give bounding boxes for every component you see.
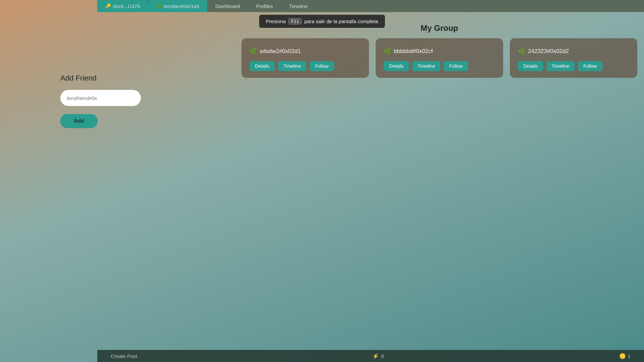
card-timeline-btn-3[interactable]: Timeline bbox=[546, 61, 575, 71]
add-button[interactable]: Add bbox=[60, 114, 98, 128]
timeline-label: Timeline bbox=[289, 3, 308, 9]
nav-profiles[interactable]: Profiles bbox=[248, 0, 281, 12]
card-name-3: 🌿 242323#0x02d2 bbox=[518, 48, 569, 55]
card-label-3: 242323#0x02d2 bbox=[528, 48, 569, 55]
toast-key: F11 bbox=[288, 18, 302, 24]
wallet-label: 0xc6...C475 bbox=[113, 3, 140, 9]
group-card-3: 🌿 242323#0x02d2 Details Timeline Follow bbox=[510, 38, 637, 78]
card-timeline-btn-1[interactable]: Timeline bbox=[278, 61, 306, 71]
coin-count: 🪙 1 bbox=[619, 353, 631, 359]
nav-wallet[interactable]: 🔑 0xc6...C475 bbox=[97, 0, 148, 12]
group-cards: 🌿 sdsdw2#0x02d1 Details Timeline Follow … bbox=[235, 38, 644, 78]
dashboard-label: Dashboard bbox=[215, 3, 240, 9]
leaf-icon: 🌿 bbox=[156, 3, 162, 9]
card-name-1: 🌿 sdsdw2#0x02d1 bbox=[250, 48, 301, 55]
card-actions-1: Details Timeline Follow bbox=[250, 61, 334, 71]
card-follow-btn-1[interactable]: Follow bbox=[310, 61, 334, 71]
card-leaf-icon-1: 🌿 bbox=[250, 48, 257, 55]
key-icon: 🔑 bbox=[105, 3, 111, 9]
nav-dashboard[interactable]: Dashboard bbox=[207, 0, 248, 12]
lensfan-label: lensfan#0x01a5 bbox=[164, 3, 199, 9]
create-post-button[interactable]: Create Post bbox=[111, 353, 137, 359]
card-timeline-btn-2[interactable]: Timeline bbox=[412, 61, 440, 71]
nav-lensfan[interactable]: 🌿 lensfan#0x01a5 bbox=[148, 0, 207, 12]
profiles-label: Profiles bbox=[256, 3, 273, 9]
card-actions-3: Details Timeline Follow bbox=[518, 61, 602, 71]
toast-after: para salir de la pantalla completa bbox=[304, 18, 378, 24]
card-label-2: bbbbbd#0x02cf bbox=[394, 48, 433, 55]
bottom-bar: Create Post ⚡ 0 🪙 1 bbox=[97, 350, 644, 362]
group-card-2: 🌿 bbbbbd#0x02cf Details Timeline Follow bbox=[376, 38, 503, 78]
lightning-value: 0 bbox=[381, 353, 384, 359]
card-actions-2: Details Timeline Follow bbox=[384, 61, 468, 71]
card-follow-btn-2[interactable]: Follow bbox=[444, 61, 468, 71]
card-details-btn-3[interactable]: Details bbox=[518, 61, 543, 71]
create-post-label: Create Post bbox=[111, 353, 137, 359]
card-label-1: sdsdw2#0x02d1 bbox=[260, 48, 301, 55]
add-friend-section: Add Friend Add bbox=[60, 74, 141, 128]
coin-value: 1 bbox=[628, 353, 631, 359]
lightning-count: ⚡ 0 bbox=[372, 353, 384, 359]
group-card-1: 🌿 sdsdw2#0x02d1 Details Timeline Follow bbox=[241, 38, 369, 78]
add-friend-title: Add Friend bbox=[60, 74, 141, 83]
card-details-btn-1[interactable]: Details bbox=[250, 61, 275, 71]
top-nav: 🔑 0xc6...C475 🌿 lensfan#0x01a5 Dashboard… bbox=[97, 0, 644, 12]
nav-timeline[interactable]: Timeline bbox=[281, 0, 316, 12]
card-leaf-icon-3: 🌿 bbox=[518, 48, 525, 55]
card-details-btn-2[interactable]: Details bbox=[384, 61, 409, 71]
coin-icon: 🪙 bbox=[619, 353, 626, 359]
card-leaf-icon-2: 🌿 bbox=[384, 48, 391, 55]
fullscreen-toast: Presiona F11 para salir de la pantalla c… bbox=[259, 15, 385, 28]
lightning-icon: ⚡ bbox=[372, 353, 379, 359]
toast-before: Presiona bbox=[266, 18, 286, 24]
card-name-2: 🌿 bbbbbd#0x02cf bbox=[384, 48, 433, 55]
card-follow-btn-3[interactable]: Follow bbox=[578, 61, 602, 71]
my-group-section: My Group 🌿 sdsdw2#0x02d1 Details Timelin… bbox=[235, 23, 644, 78]
add-friend-input[interactable] bbox=[60, 90, 141, 106]
